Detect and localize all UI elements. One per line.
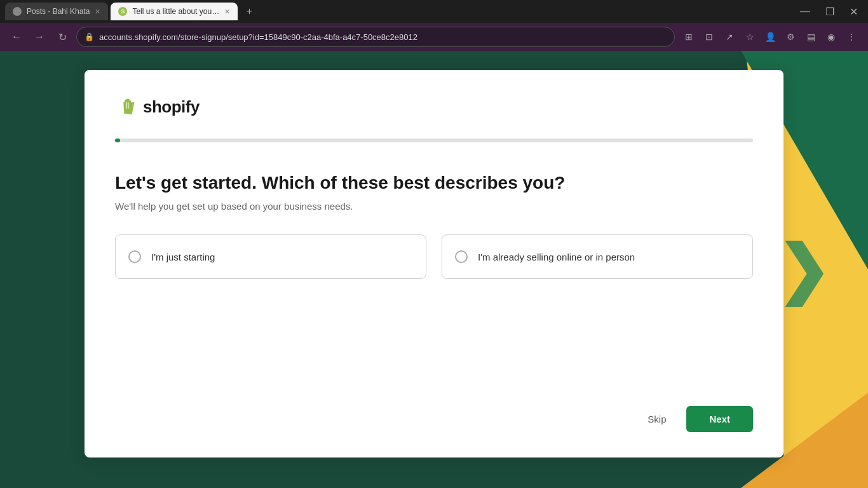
tab1-close-icon[interactable]: ✕	[95, 8, 100, 16]
question-subtitle: We'll help you get set up based on your …	[115, 201, 753, 212]
option2-radio[interactable]	[455, 250, 468, 263]
progress-bar-fill	[115, 139, 120, 142]
back-button[interactable]: ←	[8, 28, 25, 46]
layout-icon[interactable]: ▤	[802, 28, 820, 46]
toolbar-icons: ⊞ ⊡ ↗ ☆ 👤 ⚙ ▤ ◉ ⋮	[680, 28, 860, 46]
progress-bar-container	[115, 139, 753, 142]
option1-radio[interactable]	[128, 250, 141, 263]
bookmark-icon[interactable]: ☆	[741, 28, 759, 46]
new-tab-icon: +	[247, 6, 252, 17]
option-just-starting[interactable]: I'm just starting	[115, 234, 426, 279]
tab-shopify-setup[interactable]: S Tell us a little about yourself — S ✕	[111, 3, 238, 20]
option-already-selling[interactable]: I'm already selling online or in person	[442, 234, 753, 279]
reload-button[interactable]: ↻	[53, 28, 71, 46]
bottom-actions: Skip Next	[115, 406, 753, 432]
extension-icon1[interactable]: ⊡	[700, 28, 718, 46]
menu-icon[interactable]: ⋮	[843, 28, 860, 46]
shopify-logo: shopify	[115, 95, 753, 118]
title-bar: Posts - Bahi Khata ✕ S Tell us a little …	[0, 0, 868, 23]
lock-icon: 🔒	[85, 32, 94, 41]
account-avatar[interactable]: ◉	[822, 28, 840, 46]
address-bar[interactable]: 🔒 accounts.shopify.com/store-signup/setu…	[76, 27, 675, 47]
tab2-label: Tell us a little about yourself — S	[132, 7, 219, 16]
options-row: I'm just starting I'm already selling on…	[115, 234, 753, 279]
signup-card: shopify Let's get started. Which of thes…	[85, 70, 783, 458]
chevron-decoration: ❯	[776, 233, 830, 307]
translate-icon[interactable]: ⊞	[680, 28, 698, 46]
shopify-bag-icon	[115, 95, 138, 118]
question-title: Let's get started. Which of these best d…	[115, 173, 753, 193]
browser-chrome: Posts - Bahi Khata ✕ S Tell us a little …	[0, 0, 868, 51]
url-text: accounts.shopify.com/store-signup/setup?…	[99, 32, 417, 42]
share-icon[interactable]: ↗	[721, 28, 738, 46]
option2-label: I'm already selling online or in person	[478, 252, 635, 262]
tab1-favicon	[13, 7, 22, 16]
shopify-wordmark: shopify	[143, 97, 200, 117]
skip-button[interactable]: Skip	[637, 407, 676, 431]
profile-icon[interactable]: 👤	[761, 28, 779, 46]
maximize-button[interactable]: ❐	[820, 3, 839, 20]
page-wrapper: ❯ shopify Let's get started. Which of th…	[0, 51, 868, 488]
browser-toolbar: ← → ↻ 🔒 accounts.shopify.com/store-signu…	[0, 23, 868, 51]
close-window-button[interactable]: ✕	[844, 3, 863, 20]
minimize-button[interactable]: —	[795, 3, 815, 20]
window-controls: — ❐ ✕	[795, 3, 863, 20]
next-button[interactable]: Next	[686, 406, 753, 432]
tab-posts-bahi-khata[interactable]: Posts - Bahi Khata ✕	[5, 3, 108, 20]
option1-label: I'm just starting	[151, 252, 215, 262]
tab2-close-icon[interactable]: ✕	[224, 8, 230, 16]
extensions-icon[interactable]: ⚙	[782, 28, 799, 46]
new-tab-button[interactable]: +	[240, 3, 258, 20]
tab2-favicon: S	[118, 7, 127, 16]
tab1-label: Posts - Bahi Khata	[27, 7, 90, 16]
forward-button[interactable]: →	[31, 28, 48, 46]
